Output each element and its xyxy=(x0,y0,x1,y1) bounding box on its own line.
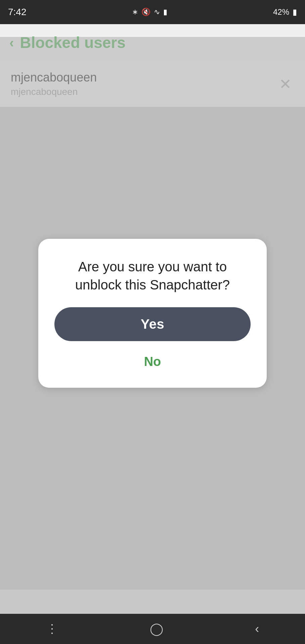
battery-icon: ▮ xyxy=(293,7,297,17)
unblock-dialog: Are you sure you want to unblock this Sn… xyxy=(38,239,267,388)
nav-bar: ⋮ ◯ ‹ xyxy=(0,614,305,644)
no-button[interactable]: No xyxy=(133,352,172,372)
status-bar: 7:42 ∗ 🔇 ∿ ▮ 42% ▮ xyxy=(0,0,305,24)
dialog-message: Are you sure you want to unblock this Sn… xyxy=(54,258,251,294)
back-nav-icon[interactable]: ‹ xyxy=(255,622,259,636)
menu-icon[interactable]: ⋮ xyxy=(46,622,58,636)
status-time: 7:42 xyxy=(8,7,27,17)
wifi-icon: ∿ xyxy=(154,8,160,16)
home-icon[interactable]: ◯ xyxy=(150,622,163,636)
battery-percent: 42% xyxy=(273,7,289,17)
mute-icon: 🔇 xyxy=(141,8,150,16)
signal-icon: ▮ xyxy=(163,8,167,16)
bluetooth-icon: ∗ xyxy=(132,8,138,16)
dialog-overlay: Are you sure you want to unblock this Sn… xyxy=(0,37,305,590)
status-right: 42% ▮ xyxy=(273,7,297,17)
yes-button[interactable]: Yes xyxy=(54,307,251,341)
status-center-icons: ∗ 🔇 ∿ ▮ xyxy=(132,8,167,16)
dialog-buttons: Yes No xyxy=(54,307,251,372)
